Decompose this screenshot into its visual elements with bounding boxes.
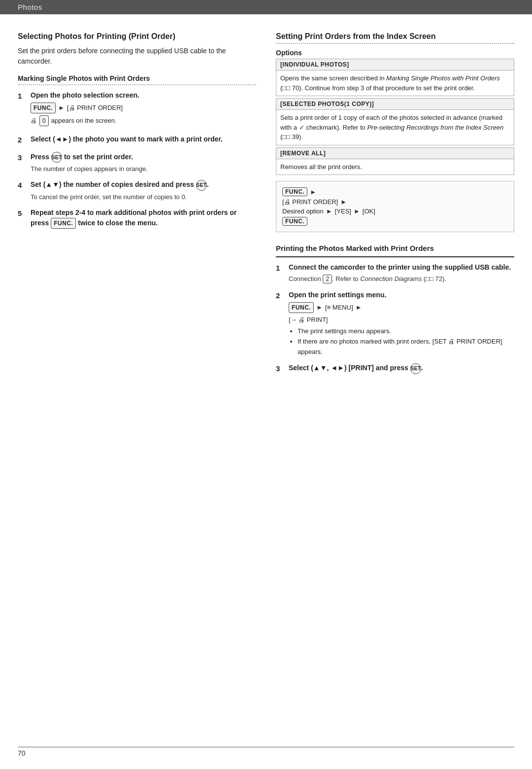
page-number: 70 — [18, 749, 26, 757]
step-1-appears: 🖨 0 appears on the screen. — [31, 115, 256, 126]
bullet-1: The print settings menu appears. — [298, 326, 514, 337]
print-step-1-content: Connect the camcorder to the printer usi… — [289, 262, 514, 284]
left-steps: Open the photo selection screen. FUNC. ►… — [18, 90, 256, 229]
func-box-1: FUNC. — [31, 103, 56, 113]
set-button-3: SET — [51, 152, 62, 163]
menu-label: [≡ MENU] — [325, 303, 353, 313]
step-3-note: The number of copies appears in orange. — [31, 164, 256, 174]
step-1-content: Open the photo selection screen. FUNC. ►… — [31, 90, 256, 128]
print-section: Printing the Photos Marked with Print Or… — [276, 244, 514, 375]
step-2: Select (◄►) the photo you want to mark w… — [18, 134, 256, 146]
left-section-title: Selecting Photos for Printing (Print Ord… — [18, 32, 256, 41]
print-step-3-content: Select (▲▼, ◄►) [PRINT] and press SET. — [289, 363, 514, 375]
func-box-p2: FUNC. — [289, 302, 314, 313]
option-3-header: [REMOVE ALL] — [276, 148, 514, 159]
step-4-content: Set (▲▼) the number of copies desired an… — [31, 179, 256, 202]
step-1-func: FUNC. ► [🖨 PRINT ORDER] — [31, 103, 256, 113]
func-row-2: [🖨 PRINT ORDER] ► — [282, 198, 508, 206]
func-label-1: FUNC. — [282, 187, 307, 196]
page-header: Photos — [0, 0, 532, 14]
step-4-bold: Set (▲▼) the number of copies desired an… — [31, 180, 209, 188]
print-step-1-note: Connection 2. Refer to Connection Diagra… — [289, 274, 514, 284]
connection-num: 2 — [323, 275, 332, 283]
step-3: Press SET to set the print order. The nu… — [18, 152, 256, 174]
options-label: Options — [276, 49, 514, 57]
step-2-content: Select (◄►) the photo you want to mark w… — [31, 134, 256, 146]
step-3-bold: Press SET to set the print order. — [31, 153, 133, 161]
bottom-rule — [18, 747, 514, 747]
print-step-3: Select (▲▼, ◄►) [PRINT] and press SET. — [276, 363, 514, 375]
arrow-func-3b: ► — [354, 208, 360, 215]
option-1-body: Opens the same screen described in Marki… — [276, 70, 514, 96]
option-1-header: [INDIVIDUAL PHOTOS] — [276, 59, 514, 70]
step-2-bold: Select (◄►) the photo you want to mark w… — [31, 135, 223, 143]
left-subsection-title: Marking Single Photos with Print Orders — [18, 74, 256, 82]
header-title: Photos — [18, 3, 42, 11]
step-3-content: Press SET to set the print order. The nu… — [31, 152, 256, 174]
zero-btn: 0 — [39, 115, 49, 126]
print-step-1: Connect the camcorder to the printer usi… — [276, 262, 514, 284]
arrow-p2a: ► — [316, 303, 323, 313]
right-section-title: Setting Print Orders from the Index Scre… — [276, 32, 514, 41]
solid-rule-print — [276, 256, 514, 257]
option-3-body: Removes all the print orders. — [276, 159, 514, 175]
step-4-note: To cancel the print order, set the numbe… — [31, 192, 256, 202]
left-section-intro: Set the print orders before connecting t… — [18, 46, 256, 67]
option-2-body: Sets a print order of 1 copy of each of … — [276, 110, 514, 145]
print-step-3-bold: Select (▲▼, ◄►) [PRINT] and press SET. — [289, 364, 423, 372]
dotted-divider — [18, 84, 256, 85]
set-button-p3: SET — [410, 363, 421, 374]
right-dotted-divider — [276, 43, 514, 44]
print-step-2-func2: [→ 🖨 PRINT] — [289, 315, 514, 325]
step-4: Set (▲▼) the number of copies desired an… — [18, 179, 256, 202]
func-box-5: FUNC. — [51, 218, 76, 229]
option-individual-photos: [INDIVIDUAL PHOTOS] Opens the same scree… — [276, 59, 514, 96]
arrow-func-1: ► — [310, 188, 316, 196]
func-block: FUNC. ► [🖨 PRINT ORDER] ► Desired option… — [276, 181, 514, 232]
bullet-2: If there are no photos marked with print… — [298, 337, 514, 357]
arrow-func-3a: ► — [326, 208, 332, 215]
page-content: Selecting Photos for Printing (Print Ord… — [0, 14, 532, 410]
step-1-print-label: [🖨 PRINT ORDER] — [67, 103, 123, 113]
print-step-2-bold: Open the print settings menu. — [289, 291, 386, 299]
right-column: Setting Print Orders from the Index Scre… — [276, 32, 514, 381]
desired-option-label: Desired option — [282, 208, 324, 215]
left-column: Selecting Photos for Printing (Print Ord… — [18, 32, 256, 381]
print-step-2: Open the print settings menu. FUNC. ► [≡… — [276, 290, 514, 357]
step-5-bold: Repeat steps 2-4 to mark additional phot… — [31, 209, 237, 227]
arrow-1: ► — [58, 103, 65, 113]
option-2-header: [SELECTED PHOTOS(1 COPY)] — [276, 99, 514, 110]
arrow-p2b: ► — [356, 303, 362, 313]
func-row-3: Desired option ► [YES] ► [OK] — [282, 208, 508, 215]
print-icon-small: 🖨 — [31, 116, 37, 126]
print-steps: Connect the camcorder to the printer usi… — [276, 262, 514, 375]
appears-text: appears on the screen. — [51, 116, 117, 126]
print-step-2-content: Open the print settings menu. FUNC. ► [≡… — [289, 290, 514, 357]
print-label: [→ 🖨 PRINT] — [289, 315, 328, 325]
set-button-4: SET — [196, 180, 207, 191]
step-5: Repeat steps 2-4 to mark additional phot… — [18, 208, 256, 229]
arrow-func-2: ► — [340, 198, 347, 206]
step-1: Open the photo selection screen. FUNC. ►… — [18, 90, 256, 128]
option-selected-photos: [SELECTED PHOTOS(1 COPY)] Sets a print o… — [276, 98, 514, 145]
func-row-4: FUNC. — [282, 217, 508, 226]
print-step-2-bullets: The print settings menu appears. If ther… — [289, 326, 514, 357]
print-section-title: Printing the Photos Marked with Print Or… — [276, 244, 514, 252]
print-step-1-bold: Connect the camcorder to the printer usi… — [289, 263, 511, 271]
print-step-2-func1: FUNC. ► [≡ MENU] ► — [289, 302, 514, 313]
func-label-2: FUNC. — [282, 217, 307, 226]
step-5-content: Repeat steps 2-4 to mark additional phot… — [31, 208, 256, 229]
step-1-bold: Open the photo selection screen. — [31, 91, 139, 99]
ok-label: [OK] — [363, 208, 375, 215]
func-row-1: FUNC. ► — [282, 187, 508, 196]
print-order-label: [🖨 PRINT ORDER] — [282, 198, 338, 206]
yes-label: [YES] — [335, 208, 351, 215]
option-remove-all: [REMOVE ALL] Removes all the print order… — [276, 147, 514, 175]
